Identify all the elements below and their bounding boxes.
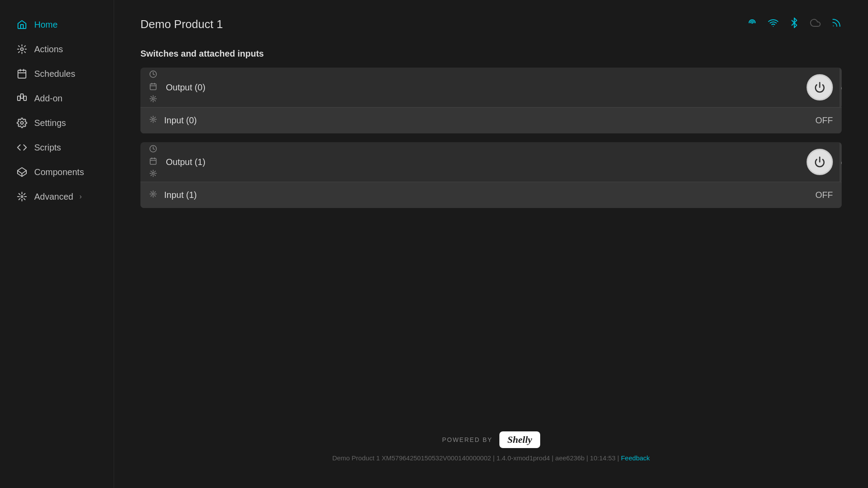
scene-icon-1 — [149, 169, 157, 179]
calendar-icon-0 — [149, 83, 157, 92]
sidebar: Home Actions Schedules — [0, 0, 114, 488]
sidebar-label-advanced: Advanced — [34, 192, 73, 202]
powered-by-row: POWERED BY Shelly — [140, 431, 842, 448]
schedules-icon — [16, 68, 28, 80]
device-info-text: Demo Product 1 XM57964250150532V00014000… — [332, 454, 621, 462]
output-icons-0 — [149, 70, 157, 104]
link-icon-1 — [841, 157, 842, 168]
shelly-logo-text: Shelly — [507, 434, 532, 445]
sidebar-label-schedules: Schedules — [34, 69, 75, 79]
footer-info: Demo Product 1 XM57964250150532V00014000… — [140, 454, 842, 462]
sidebar-item-scripts[interactable]: Scripts — [4, 136, 110, 159]
footer: POWERED BY Shelly Demo Product 1 XM57964… — [140, 418, 842, 470]
power-button-1[interactable] — [807, 149, 833, 175]
home-icon — [16, 18, 28, 31]
svg-rect-6 — [21, 94, 23, 98]
actions-icon — [16, 43, 28, 55]
sidebar-item-schedules[interactable]: Schedules — [4, 62, 110, 85]
scripts-icon — [16, 141, 28, 154]
settings-icon — [16, 117, 28, 129]
svg-point-22 — [152, 118, 154, 121]
sidebar-item-settings[interactable]: Settings — [4, 111, 110, 134]
svg-point-20 — [152, 98, 154, 100]
sidebar-item-actions[interactable]: Actions — [4, 38, 110, 61]
svg-point-30 — [152, 193, 154, 195]
output-icons-1 — [149, 145, 157, 179]
output-label-1: Output (1) — [166, 157, 807, 167]
output-row-wrapper-1: Output (1) — [140, 142, 842, 182]
output-row-wrapper-0: Output (0) — [140, 68, 842, 107]
section-title: Switches and attached inputs — [140, 49, 842, 59]
sidebar-item-home[interactable]: Home — [4, 13, 110, 36]
sidebar-label-addon: Add-on — [34, 93, 63, 104]
switch-group-0: Output (0) — [140, 68, 842, 133]
main-content: Demo Product 1 — [114, 0, 868, 488]
svg-point-28 — [152, 172, 154, 175]
scene-icon-0 — [149, 95, 157, 104]
input-icon-1 — [149, 190, 157, 200]
sidebar-label-scripts: Scripts — [34, 143, 61, 153]
svg-rect-1 — [18, 70, 26, 78]
power-button-0[interactable] — [807, 74, 833, 100]
output-label-0: Output (0) — [166, 83, 807, 93]
clock-icon-1 — [149, 145, 157, 154]
sidebar-label-home: Home — [34, 20, 57, 30]
input-status-1: OFF — [815, 190, 833, 200]
output-row-0: Output (0) — [140, 68, 842, 107]
input-row-0: Input (0) OFF — [140, 107, 842, 133]
input-status-0: OFF — [815, 115, 833, 126]
calendar-icon-1 — [149, 157, 157, 167]
input-label-1: Input (1) — [164, 190, 815, 200]
sidebar-label-actions: Actions — [34, 44, 63, 54]
sidebar-label-components: Components — [34, 167, 84, 177]
feedback-link[interactable]: Feedback — [621, 454, 650, 462]
svg-point-11 — [21, 196, 23, 197]
svg-point-13 — [773, 26, 774, 27]
advanced-icon — [16, 190, 28, 203]
input-row-1: Input (1) OFF — [140, 182, 842, 208]
shelly-logo: Shelly — [499, 431, 540, 448]
radio-status-icon — [747, 18, 757, 31]
svg-point-0 — [21, 48, 23, 50]
rss-status-icon — [831, 18, 842, 31]
components-icon — [16, 166, 28, 178]
clock-icon-0 — [149, 70, 157, 80]
main-header: Demo Product 1 — [140, 18, 842, 31]
sidebar-item-advanced[interactable]: Advanced › — [4, 185, 110, 208]
advanced-chevron-icon: › — [79, 193, 82, 201]
header-status-icons — [747, 18, 842, 31]
svg-rect-7 — [24, 96, 26, 100]
sidebar-label-settings: Settings — [34, 118, 66, 128]
wifi-status-icon — [768, 18, 778, 31]
page-title: Demo Product 1 — [140, 18, 223, 31]
sidebar-item-addon[interactable]: Add-on — [4, 87, 110, 110]
bluetooth-status-icon — [789, 18, 800, 31]
cloud-status-icon — [810, 18, 821, 31]
link-icon-0 — [841, 82, 842, 93]
input-icon-0 — [149, 115, 157, 126]
sidebar-item-components[interactable]: Components — [4, 161, 110, 183]
switch-group-1: Output (1) — [140, 142, 842, 208]
svg-point-8 — [21, 122, 23, 124]
svg-rect-24 — [150, 158, 156, 165]
svg-rect-16 — [150, 84, 156, 90]
powered-by-text: POWERED BY — [442, 436, 492, 443]
svg-rect-5 — [18, 96, 20, 100]
svg-point-14 — [833, 25, 834, 26]
input-label-0: Input (0) — [164, 115, 815, 126]
addon-icon — [16, 92, 28, 104]
svg-point-12 — [751, 22, 753, 24]
output-row-1: Output (1) — [140, 142, 842, 182]
